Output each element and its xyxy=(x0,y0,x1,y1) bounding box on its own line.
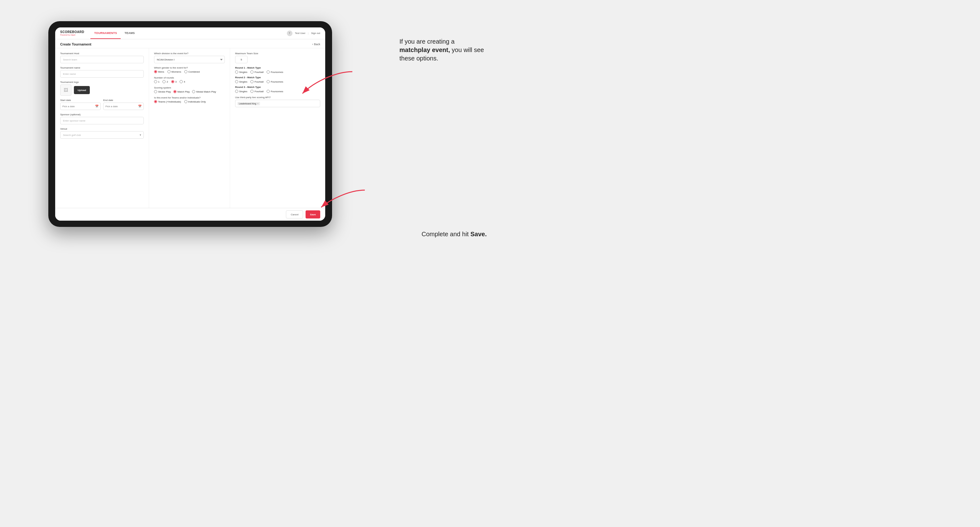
venue-field: Venue xyxy=(60,127,144,139)
gender-womens[interactable]: Womens xyxy=(167,70,181,73)
calendar-icon: 📅 xyxy=(95,105,99,108)
tab-tournaments[interactable]: TOURNAMENTS xyxy=(91,27,121,39)
r3-foursomes[interactable]: Foursomes xyxy=(267,90,283,93)
max-team-size-field: Maximum Team Size xyxy=(235,52,320,63)
annotation-matchplay: If you are creating a matchplay event, y… xyxy=(399,37,487,63)
date-fields: Start date 📅 End date 📅 xyxy=(60,99,144,110)
gender-radio-group: Mens Womens Combined xyxy=(154,70,225,73)
r1-foursomes[interactable]: Foursomes xyxy=(267,70,283,73)
end-date-field: End date 📅 xyxy=(103,99,144,110)
logo-title: SCOREBOARD xyxy=(60,30,84,34)
calendar-icon-end: 📅 xyxy=(138,105,142,108)
teams-radio-group: Teams (+Individuals) Individuals Only xyxy=(154,100,225,103)
gender-field: Which gender is the event for? Mens Wome… xyxy=(154,67,225,73)
tablet-frame: SCOREBOARD Powered by clippit TOURNAMENT… xyxy=(48,21,332,227)
upload-button[interactable]: Upload xyxy=(74,86,90,94)
r2-singles[interactable]: Singles xyxy=(235,80,247,83)
rounds-radio-group: 1 2 3 4 xyxy=(154,80,225,83)
logo-placeholder: 🖼 xyxy=(60,84,72,96)
round-2[interactable]: 2 xyxy=(162,80,168,83)
r2-fourball[interactable]: Fourball xyxy=(250,80,264,83)
avatar: T xyxy=(287,30,293,36)
tournament-host-field: Tournament Host xyxy=(60,52,144,63)
division-field: Which division is the event for? NCAA Di… xyxy=(154,52,225,63)
round-3[interactable]: 3 xyxy=(171,80,177,83)
r3-fourball[interactable]: Fourball xyxy=(250,90,264,93)
sign-out-link[interactable]: Sign out xyxy=(311,32,320,35)
nav-tabs: TOURNAMENTS TEAMS xyxy=(91,27,138,39)
form-area: Tournament Host Tournament name Tourname… xyxy=(55,48,325,208)
api-tag: Leaderboard King × xyxy=(237,102,260,105)
tab-teams[interactable]: TEAMS xyxy=(121,27,138,39)
back-button[interactable]: ‹ Back xyxy=(312,43,320,46)
scoring-radio-group: Stroke Play Match Play Medal Match Play xyxy=(154,90,225,93)
arrow-matchplay xyxy=(290,68,359,106)
tournament-name-input[interactable] xyxy=(60,70,144,78)
tournament-logo-field: Tournament logo 🖼 Upload xyxy=(60,81,144,96)
nav-logo: SCOREBOARD Powered by clippit xyxy=(60,30,84,36)
page-header: Create Tournament ‹ Back xyxy=(55,39,325,48)
user-name: Test User xyxy=(295,32,305,35)
form-footer: Cancel Save xyxy=(55,208,325,221)
arrow-save xyxy=(312,187,368,212)
end-date-input[interactable] xyxy=(105,105,138,108)
r1-singles[interactable]: Singles xyxy=(235,70,247,73)
individuals-option[interactable]: Individuals Only xyxy=(184,100,206,103)
gender-combined[interactable]: Combined xyxy=(184,70,200,73)
max-team-size-input[interactable] xyxy=(235,56,248,63)
tournament-host-input[interactable] xyxy=(60,56,144,63)
start-date-input[interactable] xyxy=(62,105,95,108)
r2-foursomes[interactable]: Foursomes xyxy=(267,80,283,83)
teams-option[interactable]: Teams (+Individuals) xyxy=(154,100,181,103)
scoring-field: Scoring system Stroke Play Match Play xyxy=(154,86,225,93)
start-date-field: Start date 📅 xyxy=(60,99,101,110)
annotation-save: Complete and hit Save. xyxy=(422,230,487,238)
cancel-button[interactable]: Cancel xyxy=(286,210,303,219)
logo-sub: Powered by clippit xyxy=(60,34,84,36)
tablet-screen: SCOREBOARD Powered by clippit TOURNAMENT… xyxy=(55,27,325,221)
division-select[interactable]: NCAA Division I xyxy=(154,56,225,63)
page-title: Create Tournament xyxy=(60,42,91,46)
form-mid-col: Which division is the event for? NCAA Di… xyxy=(149,48,230,208)
scoring-stroke[interactable]: Stroke Play xyxy=(154,90,171,93)
gender-mens[interactable]: Mens xyxy=(154,70,164,73)
teams-field: Is this event for Teams and/or Individua… xyxy=(154,96,225,103)
scoring-match[interactable]: Match Play xyxy=(173,90,190,93)
nav-right: T Test User | Sign out xyxy=(287,30,320,36)
venue-input[interactable] xyxy=(60,131,144,139)
round-4[interactable]: 4 xyxy=(180,80,185,83)
r1-fourball[interactable]: Fourball xyxy=(250,70,264,73)
page-content: Create Tournament ‹ Back Tournament Host… xyxy=(55,39,325,221)
navbar: SCOREBOARD Powered by clippit TOURNAMENT… xyxy=(55,27,325,39)
tournament-name-field: Tournament name xyxy=(60,67,144,78)
sponsor-input[interactable] xyxy=(60,117,144,124)
sponsor-field: Sponsor (optional) xyxy=(60,113,144,124)
form-left-col: Tournament Host Tournament name Tourname… xyxy=(55,48,149,208)
r3-singles[interactable]: Singles xyxy=(235,90,247,93)
scoring-medal[interactable]: Medal Match Play xyxy=(192,90,216,93)
api-tag-remove[interactable]: × xyxy=(257,102,259,105)
round-1[interactable]: 1 xyxy=(154,80,159,83)
rounds-field: Number of rounds 1 2 xyxy=(154,76,225,83)
